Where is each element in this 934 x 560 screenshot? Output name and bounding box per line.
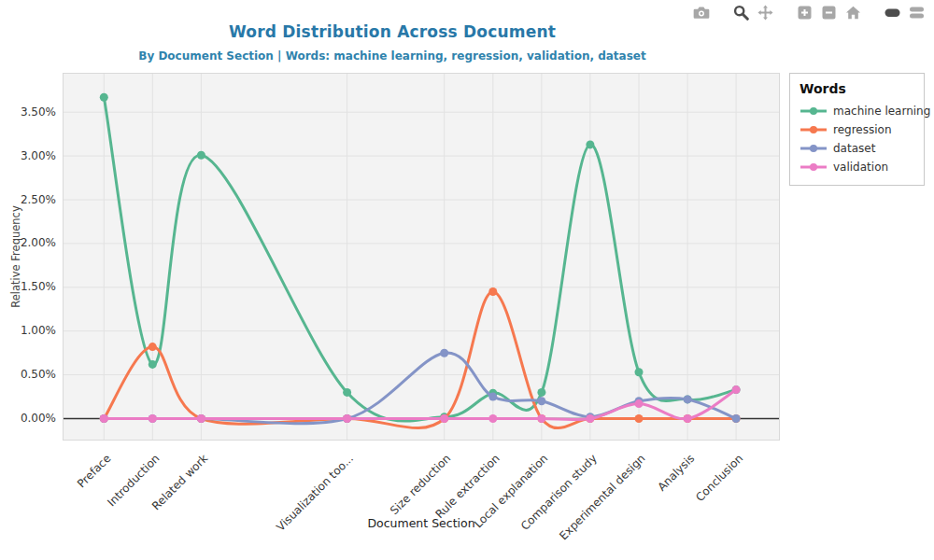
y-tick-label: 0.50% — [0, 368, 56, 382]
legend-swatch-icon — [800, 105, 828, 117]
modebar-group — [725, 5, 773, 20]
legend-box: Words machine learningregressiondatasetv… — [789, 73, 925, 186]
zoom-out-icon[interactable] — [820, 5, 837, 20]
legend-item-machine-learning[interactable]: machine learning — [800, 102, 914, 120]
zoom-icon[interactable] — [732, 5, 749, 20]
legend-title: Words — [800, 81, 914, 96]
y-tick-label: 1.00% — [0, 324, 56, 338]
legend-swatch-icon — [800, 161, 828, 173]
zoom-in-icon[interactable] — [796, 5, 813, 20]
app-window: Word Distribution Across Document By Doc… — [0, 0, 934, 560]
legend-item-label: dataset — [833, 142, 875, 155]
modebar-group — [686, 5, 710, 20]
camera-icon[interactable] — [693, 5, 710, 20]
legend-swatch-icon — [800, 143, 828, 154]
modebar-group — [788, 5, 861, 20]
plot-area[interactable] — [63, 73, 780, 441]
y-tick-label: 2.50% — [0, 193, 56, 207]
legend-items: machine learningregressiondatasetvalidat… — [800, 102, 914, 176]
plotly-modebar — [671, 5, 925, 20]
legend-item-dataset[interactable]: dataset — [800, 139, 914, 158]
legend-item-validation[interactable]: validation — [800, 158, 914, 176]
hover-closest-icon[interactable] — [884, 5, 900, 20]
legend-swatch-icon — [800, 124, 828, 135]
y-tick-label: 2.00% — [0, 236, 56, 250]
modebar-group — [876, 5, 925, 20]
chart-canvas[interactable] — [63, 73, 780, 441]
y-tick-label: 3.50% — [0, 105, 56, 119]
legend-item-label: validation — [833, 161, 888, 174]
legend-item-label: machine learning — [833, 105, 930, 118]
hover-compare-icon[interactable] — [908, 5, 925, 20]
pan-icon[interactable] — [757, 5, 773, 20]
y-tick-label: 1.50% — [0, 280, 56, 294]
autoscale-home-icon[interactable] — [844, 5, 861, 20]
legend-item-label: regression — [833, 123, 892, 136]
page-title: Word Distribution Across Document — [0, 22, 785, 41]
y-tick-label: 3.00% — [0, 149, 56, 163]
legend-item-regression[interactable]: regression — [800, 120, 914, 139]
page-subtitle: By Document Section | Words: machine lea… — [0, 49, 785, 63]
x-axis-title: Document Section — [367, 516, 474, 530]
y-tick-label: 0.00% — [0, 412, 56, 426]
